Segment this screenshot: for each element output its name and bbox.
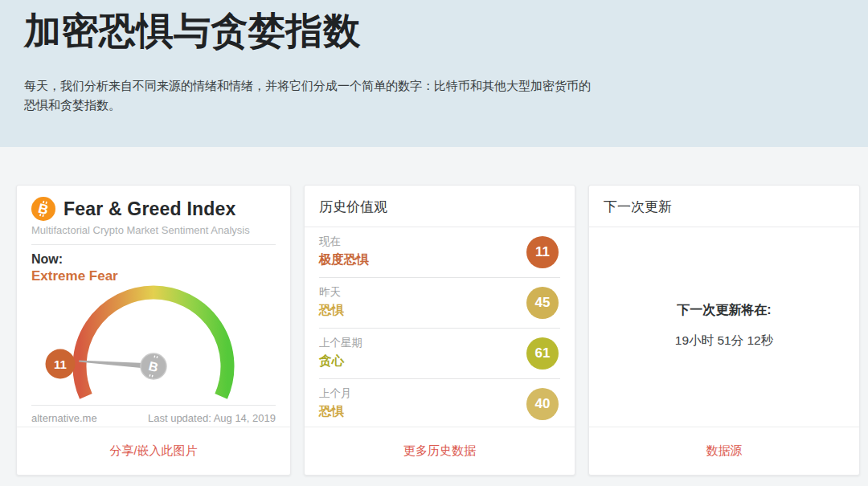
history-rows: 现在 极度恐惧 11 昨天 恐惧 45 上个星期 贪心 61 上个月 恐惧 40 [305, 227, 575, 429]
next-update-title: 下一次更新 [589, 186, 859, 227]
divider [31, 244, 276, 245]
brand-title: Fear & Greed Index [63, 198, 236, 220]
countdown-timer: 19小时 51分 12秒 [675, 333, 773, 349]
page-description: 每天，我们分析来自不同来源的情绪和情绪，并将它们分成一个简单的数字：比特币和其他… [24, 76, 600, 115]
classification-label: 恐惧 [319, 403, 560, 420]
cards-row: B Fear & Greed Index Multifactorial Cryp… [0, 147, 868, 476]
gauge-value: 11 [54, 357, 67, 371]
next-update-message: 下一次更新将在: [677, 302, 771, 319]
brand-subtitle: Multifactorial Crypto Market Sentiment A… [31, 224, 276, 236]
gauge-arc [80, 292, 227, 396]
history-card-title: 历史价值观 [305, 186, 575, 227]
gauge-hub-icon: B [141, 353, 166, 379]
history-card: 历史价值观 现在 极度恐惧 11 昨天 恐惧 45 上个星期 贪心 61 上个月… [304, 185, 575, 476]
data-source-link[interactable]: 数据源 [706, 443, 743, 459]
last-updated: Last updated: Aug 14, 2019 [148, 412, 276, 424]
source-site: alternative.me [31, 412, 97, 424]
hero-section: 加密恐惧与贪婪指数 每天，我们分析来自不同来源的情绪和情绪，并将它们分成一个简单… [0, 0, 868, 147]
value-badge: 61 [526, 337, 559, 370]
history-row-yesterday: 昨天 恐惧 45 [319, 278, 560, 329]
classification-label: 恐惧 [319, 302, 560, 319]
history-row-last-week: 上个星期 贪心 61 [319, 329, 560, 379]
more-history-link[interactable]: 更多历史数据 [403, 443, 476, 459]
now-classification: Extreme Fear [31, 268, 276, 284]
bitcoin-logo-icon: B [31, 197, 55, 221]
share-embed-link[interactable]: 分享/嵌入此图片 [109, 443, 197, 459]
gauge-card-footer: 分享/嵌入此图片 [17, 427, 290, 475]
history-row-now: 现在 极度恐惧 11 [319, 227, 560, 278]
gauge-meta-row: alternative.me Last updated: Aug 14, 201… [31, 405, 276, 424]
next-update-card: 下一次更新 下一次更新将在: 19小时 51分 12秒 数据源 [588, 185, 860, 476]
period-label: 现在 [319, 235, 560, 249]
gauge-value-badge: 11 [46, 349, 76, 379]
period-label: 上个月 [319, 386, 560, 401]
next-update-body: 下一次更新将在: 19小时 51分 12秒 [589, 225, 859, 427]
page-title: 加密恐惧与贪婪指数 [24, 0, 844, 56]
brand-row: B Fear & Greed Index [31, 197, 276, 221]
classification-label: 贪心 [319, 353, 560, 370]
history-row-last-month: 上个月 恐惧 40 [319, 379, 560, 429]
next-update-card-footer: 数据源 [589, 427, 859, 475]
classification-label: 极度恐惧 [319, 251, 560, 268]
value-badge: 11 [526, 236, 559, 268]
period-label: 上个星期 [319, 336, 560, 350]
value-badge: 45 [526, 287, 559, 319]
value-badge: 40 [526, 388, 559, 420]
now-label: Now: [31, 252, 276, 267]
period-label: 昨天 [319, 285, 560, 300]
fear-greed-gauge: B 11 [31, 284, 277, 405]
fear-greed-gauge-card: B Fear & Greed Index Multifactorial Cryp… [16, 185, 291, 476]
history-card-footer: 更多历史数据 [305, 427, 575, 475]
